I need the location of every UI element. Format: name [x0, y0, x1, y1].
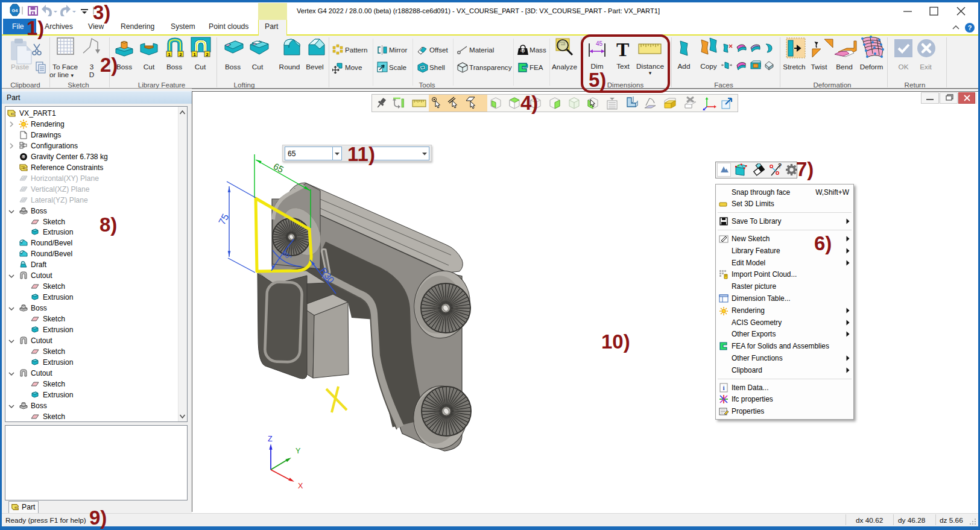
svg-text:Z: Z [268, 435, 273, 443]
svg-text:75: 75 [217, 212, 230, 227]
svg-text:65: 65 [272, 161, 286, 175]
svg-text:X: X [298, 482, 303, 490]
svg-text:Y: Y [296, 447, 301, 455]
svg-text:i: i [722, 384, 724, 391]
